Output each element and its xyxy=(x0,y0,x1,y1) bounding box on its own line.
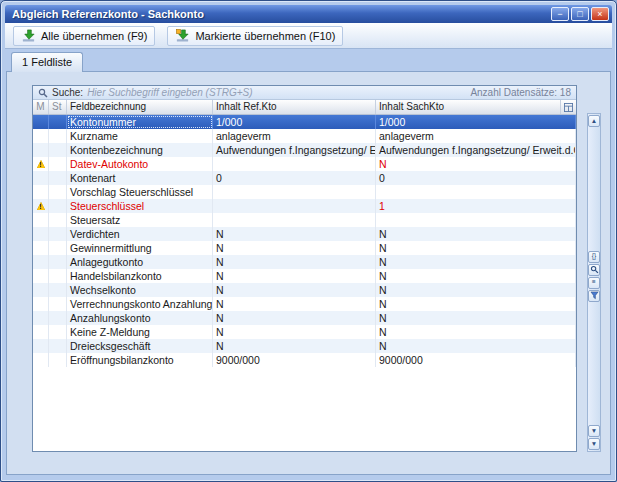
ref-value-cell[interactable]: anlageverm xyxy=(213,129,376,143)
scroll-down-button[interactable]: ▼ xyxy=(588,425,600,437)
table-row[interactable]: Steuerschlüssel1 xyxy=(33,199,576,213)
field-name-cell[interactable]: Verrechnungskonto Anzahlung xyxy=(67,297,213,311)
field-name-cell[interactable]: Handelsbilanzkonto xyxy=(67,269,213,283)
field-name-cell[interactable]: Vorschlag Steuerschlüssel xyxy=(67,185,213,199)
tab-feldliste[interactable]: 1 Feldliste xyxy=(11,52,83,72)
layout-button[interactable]: ≡ xyxy=(588,277,600,289)
apply-marked-button[interactable]: Markierte übernehmen (F10) xyxy=(167,26,343,46)
sach-value-cell[interactable]: 9000/000 xyxy=(376,353,576,367)
column-header-field[interactable]: Feldbezeichnung xyxy=(67,100,213,114)
ref-value-cell[interactable]: N xyxy=(213,255,376,269)
ref-value-cell[interactable]: N xyxy=(213,339,376,353)
field-name-cell[interactable]: Kontenart xyxy=(67,171,213,185)
field-name-cell[interactable]: Keine Z-Meldung xyxy=(67,325,213,339)
filter-button[interactable] xyxy=(588,290,600,302)
ref-value-cell[interactable]: N xyxy=(213,269,376,283)
record-group-button[interactable]: {} xyxy=(588,251,600,263)
table-row[interactable]: HandelsbilanzkontoNN xyxy=(33,269,576,283)
ref-value-cell[interactable]: 0 xyxy=(213,171,376,185)
sach-value-cell[interactable]: Aufwendungen f.Ingangsetzung/ Erweit.d.G… xyxy=(376,143,576,157)
table-row[interactable]: KontenbezeichnungAufwendungen f.Ingangse… xyxy=(33,143,576,157)
sach-value-cell[interactable]: 1/000 xyxy=(376,115,576,129)
table-row[interactable]: Vorschlag Steuerschlüssel xyxy=(33,185,576,199)
status-cell xyxy=(49,213,67,227)
sach-value-cell[interactable]: N xyxy=(376,157,576,171)
field-name-cell[interactable]: Anlagegutkonto xyxy=(67,255,213,269)
ref-value-cell[interactable] xyxy=(213,157,376,171)
scroll-top-button[interactable]: ▲ xyxy=(588,115,600,127)
close-button[interactable]: × xyxy=(591,7,609,21)
funnel-icon xyxy=(590,291,599,300)
field-name-cell[interactable]: Dreiecksgeschäft xyxy=(67,339,213,353)
search-button[interactable] xyxy=(588,264,600,276)
field-name-cell[interactable]: Steuerschlüssel xyxy=(67,199,213,213)
ref-value-cell[interactable]: N xyxy=(213,283,376,297)
field-name-cell[interactable]: Anzahlungskonto xyxy=(67,311,213,325)
sach-value-cell[interactable]: N xyxy=(376,339,576,353)
sach-value-cell[interactable]: N xyxy=(376,255,576,269)
field-name-cell[interactable]: Gewinnermittlung xyxy=(67,241,213,255)
table-row[interactable]: Verrechnungskonto AnzahlungNN xyxy=(33,297,576,311)
column-chooser-icon[interactable] xyxy=(561,100,576,114)
ref-value-cell[interactable]: Aufwendungen f.Ingangsetzung/ Erweit.d.G… xyxy=(213,143,376,157)
ref-value-cell[interactable] xyxy=(213,185,376,199)
table-row[interactable]: Eröffnungsbilanzkonto9000/0009000/000 xyxy=(33,353,576,367)
sach-value-cell[interactable]: anlageverm xyxy=(376,129,576,143)
field-name-cell[interactable]: Eröffnungsbilanzkonto xyxy=(67,353,213,367)
field-name-cell[interactable]: Steuersatz xyxy=(67,213,213,227)
column-header-marker[interactable]: M xyxy=(33,100,49,114)
sach-value-cell[interactable]: N xyxy=(376,227,576,241)
maximize-button[interactable]: □ xyxy=(571,7,589,21)
marker-cell xyxy=(33,269,49,283)
table-row[interactable]: Steuersatz xyxy=(33,213,576,227)
table-row[interactable]: Kontenart00 xyxy=(33,171,576,185)
marker-cell xyxy=(33,325,49,339)
table-row[interactable]: GewinnermittlungNN xyxy=(33,241,576,255)
table-row[interactable]: AnzahlungskontoNN xyxy=(33,311,576,325)
sach-value-cell[interactable]: N xyxy=(376,297,576,311)
sach-value-cell[interactable] xyxy=(376,185,576,199)
ref-value-cell[interactable]: 1/000 xyxy=(213,115,376,129)
table-row[interactable]: Kurznameanlagevermanlageverm xyxy=(33,129,576,143)
sach-value-cell[interactable]: N xyxy=(376,241,576,255)
table-row[interactable]: AnlagegutkontoNN xyxy=(33,255,576,269)
table-row[interactable]: Datev-AutokontoN xyxy=(33,157,576,171)
status-cell xyxy=(49,353,67,367)
sach-value-cell[interactable]: 1 xyxy=(376,199,576,213)
sach-value-cell[interactable]: 0 xyxy=(376,171,576,185)
ref-value-cell[interactable]: N xyxy=(213,325,376,339)
sach-value-cell[interactable]: N xyxy=(376,311,576,325)
sach-value-cell[interactable]: N xyxy=(376,325,576,339)
apply-all-button[interactable]: Alle übernehmen (F9) xyxy=(13,26,155,46)
search-input[interactable] xyxy=(87,87,466,99)
field-name-cell[interactable]: Kontonummer xyxy=(67,115,213,129)
table-row[interactable]: DreiecksgeschäftNN xyxy=(33,339,576,353)
field-name-cell[interactable]: Kontenbezeichnung xyxy=(67,143,213,157)
ref-value-cell[interactable]: N xyxy=(213,241,376,255)
column-header-status[interactable]: St xyxy=(49,100,67,114)
ref-value-cell[interactable] xyxy=(213,199,376,213)
ref-value-cell[interactable] xyxy=(213,213,376,227)
table-row[interactable]: Keine Z-MeldungNN xyxy=(33,325,576,339)
scroll-bottom-button[interactable]: ▼ xyxy=(588,438,600,450)
column-header-ref[interactable]: Inhalt Ref.Kto xyxy=(213,100,376,114)
ref-value-cell[interactable]: 9000/000 xyxy=(213,353,376,367)
sach-value-cell[interactable]: N xyxy=(376,283,576,297)
table-row[interactable]: VerdichtenNN xyxy=(33,227,576,241)
status-cell xyxy=(49,171,67,185)
column-header-sach[interactable]: Inhalt SachKto xyxy=(376,100,561,114)
minimize-button[interactable]: − xyxy=(551,7,569,21)
field-name-cell[interactable]: Verdichten xyxy=(67,227,213,241)
field-name-cell[interactable]: Kurzname xyxy=(67,129,213,143)
field-name-cell[interactable]: Datev-Autokonto xyxy=(67,157,213,171)
ref-value-cell[interactable]: N xyxy=(213,297,376,311)
marker-cell xyxy=(33,283,49,297)
ref-value-cell[interactable]: N xyxy=(213,311,376,325)
ref-value-cell[interactable]: N xyxy=(213,227,376,241)
sach-value-cell[interactable]: N xyxy=(376,269,576,283)
field-name-cell[interactable]: Wechselkonto xyxy=(67,283,213,297)
sach-value-cell[interactable] xyxy=(376,213,576,227)
table-row[interactable]: Kontonummer1/0001/000 xyxy=(33,115,576,129)
title-bar[interactable]: Abgleich Referenzkonto - Sachkonto − □ × xyxy=(5,5,612,23)
table-row[interactable]: WechselkontoNN xyxy=(33,283,576,297)
